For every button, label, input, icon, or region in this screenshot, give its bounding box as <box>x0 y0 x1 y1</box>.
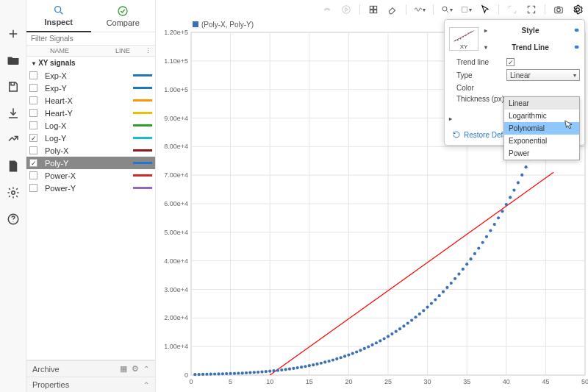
save-icon[interactable] <box>6 79 21 94</box>
svg-rect-9 <box>374 10 377 13</box>
wave-icon[interactable] <box>414 4 426 15</box>
camera-icon[interactable] <box>553 4 564 15</box>
section-trendline[interactable]: Trend Line⚭ <box>484 41 580 54</box>
svg-text:6.00e+4: 6.00e+4 <box>164 200 188 207</box>
svg-point-114 <box>390 332 393 335</box>
svg-point-109 <box>370 343 373 346</box>
page-icon[interactable] <box>6 159 21 174</box>
grid-icon[interactable] <box>368 4 379 15</box>
link-icon[interactable]: ⚭ <box>573 43 580 52</box>
signal-group[interactable]: XY signals <box>26 57 155 69</box>
svg-point-110 <box>375 341 378 344</box>
signal-row[interactable]: Poly-X <box>26 144 155 157</box>
svg-text:5.00e+4: 5.00e+4 <box>164 229 188 236</box>
accordion-properties[interactable]: Properties <box>26 377 155 392</box>
tab-compare[interactable]: Compare <box>91 0 156 32</box>
accordion-caret-icon <box>143 364 149 374</box>
style-panel: XY Style⚭ Trend Line⚭ Trend line Type Li… <box>444 19 585 146</box>
svg-text:3.00e+4: 3.00e+4 <box>164 286 188 293</box>
svg-point-121 <box>418 313 421 316</box>
svg-point-122 <box>422 309 425 312</box>
help-icon[interactable] <box>6 212 21 227</box>
signal-row[interactable]: Heart-Y <box>26 107 155 119</box>
dropdown-option[interactable]: Power <box>504 147 579 160</box>
svg-point-83 <box>268 370 271 373</box>
svg-point-87 <box>284 368 287 371</box>
import-icon[interactable] <box>6 106 21 121</box>
signal-checkbox[interactable] <box>29 134 37 142</box>
type-select[interactable]: Linear <box>506 69 580 81</box>
panel-settings-icon[interactable] <box>572 4 584 15</box>
svg-point-118 <box>406 321 409 324</box>
svg-text:2.00e+4: 2.00e+4 <box>164 314 188 321</box>
tab-inspect-label: Inspect <box>44 18 73 26</box>
filter-input[interactable] <box>26 32 155 46</box>
svg-point-134 <box>469 257 472 260</box>
signal-checkbox[interactable] <box>29 71 37 79</box>
signal-row[interactable]: Exp-X <box>26 69 155 82</box>
prop-color-label: Color <box>456 84 506 92</box>
add-icon[interactable] <box>6 26 21 41</box>
signal-color-swatch <box>133 87 152 89</box>
trendline-checkbox[interactable] <box>506 58 514 66</box>
export-icon[interactable] <box>6 132 21 147</box>
signal-color-swatch <box>133 74 152 76</box>
dropdown-option[interactable]: Logarithmic <box>504 110 579 122</box>
signal-row[interactable]: Exp-Y <box>26 82 155 94</box>
archive-pin-icon[interactable]: ▦ <box>120 364 127 374</box>
dropdown-option[interactable]: Polynomial <box>504 122 579 135</box>
svg-rect-6 <box>370 6 373 9</box>
signal-row[interactable]: Log-Y <box>26 132 155 144</box>
signal-row[interactable]: Power-Y <box>26 182 155 194</box>
link-icon[interactable]: ⚭ <box>573 26 580 35</box>
dropdown-option[interactable]: Exponential <box>504 135 579 147</box>
fingerprint-icon <box>321 4 333 15</box>
zoom-icon[interactable] <box>441 4 453 15</box>
signal-row[interactable]: Log-X <box>26 119 155 132</box>
svg-text:50: 50 <box>581 378 588 385</box>
signal-name: Exp-Y <box>45 84 130 93</box>
signal-thumbnail[interactable]: XY <box>449 27 478 51</box>
accordion-archive[interactable]: Archive ▦⚙ <box>26 360 155 377</box>
svg-text:10: 10 <box>266 378 273 385</box>
fullscreen-icon[interactable] <box>526 4 537 15</box>
svg-point-159 <box>465 35 467 36</box>
play-icon <box>340 4 352 15</box>
svg-point-5 <box>343 6 351 14</box>
svg-point-72 <box>225 372 228 375</box>
svg-point-155 <box>454 40 456 41</box>
settings-icon[interactable] <box>6 185 21 200</box>
signal-checkbox[interactable] <box>29 184 37 192</box>
section-style[interactable]: Style⚭ <box>484 24 580 37</box>
svg-point-13 <box>557 8 561 12</box>
svg-point-144 <box>509 196 512 199</box>
signal-checkbox[interactable] <box>29 159 37 167</box>
signal-checkbox[interactable] <box>29 121 37 129</box>
signal-color-swatch <box>133 137 152 139</box>
dropdown-option[interactable]: Linear <box>504 97 579 110</box>
svg-point-77 <box>245 371 248 374</box>
signal-color-swatch <box>133 162 152 164</box>
signal-name: Power-Y <box>45 184 130 193</box>
svg-point-75 <box>237 371 240 374</box>
signal-checkbox[interactable] <box>29 96 37 104</box>
eraser-icon[interactable] <box>387 4 398 15</box>
signal-row[interactable]: Poly-Y <box>26 157 155 169</box>
svg-text:20: 20 <box>345 378 352 385</box>
signal-checkbox[interactable] <box>29 84 37 92</box>
signal-checkbox[interactable] <box>29 146 37 154</box>
svg-rect-7 <box>374 6 377 9</box>
signal-checkbox[interactable] <box>29 171 37 179</box>
svg-point-68 <box>209 373 212 376</box>
archive-gear-icon[interactable]: ⚙ <box>132 364 139 374</box>
signal-row[interactable]: Heart-X <box>26 94 155 107</box>
cursor-icon[interactable] <box>479 4 491 15</box>
fit-icon[interactable] <box>460 4 472 15</box>
svg-point-86 <box>280 368 283 371</box>
svg-point-158 <box>462 36 464 38</box>
tab-inspect[interactable]: Inspect <box>26 0 91 32</box>
signal-row[interactable]: Power-X <box>26 169 155 182</box>
signal-checkbox[interactable] <box>29 109 37 117</box>
signal-name: Log-Y <box>45 134 130 143</box>
open-folder-icon[interactable] <box>6 53 21 68</box>
